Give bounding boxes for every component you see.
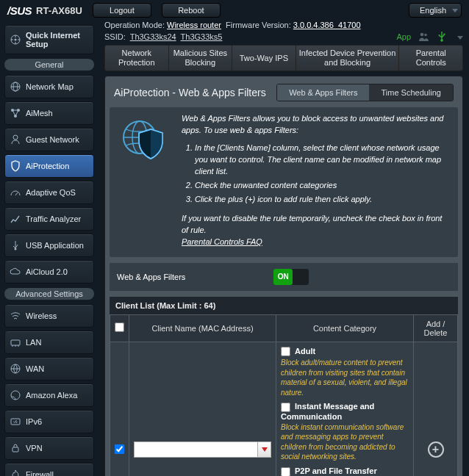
sidebar-item-aimesh[interactable]: AiMesh: [4, 101, 94, 125]
logout-button[interactable]: Logout: [93, 3, 151, 18]
usb-icon: [10, 239, 21, 251]
sidebar-item-guest-network[interactable]: Guest Network: [4, 128, 94, 151]
page-title: AiProtection - Web & Apps Filters: [114, 87, 266, 98]
info-line2: SSID: Th3G33ks24 Th3G33ks5 App: [104, 32, 463, 42]
network-map-icon: [10, 81, 21, 93]
sidebar-section-general: General: [4, 59, 94, 71]
cloud-icon: [10, 266, 21, 278]
svg-rect-14: [12, 447, 18, 452]
svg-rect-9: [11, 340, 20, 345]
lan-icon: [10, 336, 21, 348]
sidebar-item-wan[interactable]: WAN: [4, 357, 94, 381]
clients-icon[interactable]: [418, 32, 429, 41]
operation-mode-link[interactable]: Wireless router: [167, 21, 221, 29]
col-content-category: Content Category: [276, 314, 414, 342]
info-line1: Operation Mode: Wireless router Firmware…: [104, 21, 463, 29]
tab-infected-device[interactable]: Infected Device Prevention and Blocking: [296, 46, 399, 71]
svg-point-21: [439, 35, 440, 36]
shield-icon: [10, 160, 21, 172]
sidebar-item-adaptive-qos[interactable]: Adaptive QoS: [4, 181, 94, 204]
intro-step-3: Click the plus (+) icon to add rule then…: [195, 194, 448, 206]
svg-point-18: [424, 34, 427, 37]
reboot-button[interactable]: Reboot: [162, 3, 221, 18]
tab-strip: Network Protection Malicious Sites Block…: [104, 45, 463, 71]
svg-point-7: [13, 135, 18, 140]
sidebar-qis-label: Quick Internet Setup: [26, 31, 90, 48]
tab-parental-controls[interactable]: Parental Controls: [398, 46, 462, 71]
qis-icon: [10, 34, 21, 46]
ssid-2: Th3G33ks5: [181, 32, 223, 41]
guest-icon: [10, 134, 21, 145]
intro-note: If you want to disable the rule temporar…: [182, 213, 448, 237]
client-select-dropdown-icon[interactable]: [257, 442, 271, 457]
language-select[interactable]: English: [409, 3, 462, 18]
feature-graphic: [120, 113, 171, 248]
sidebar-item-ipv6[interactable]: v6IPv6: [4, 410, 94, 433]
row-enable-checkbox[interactable]: [115, 444, 124, 454]
sidebar-item-amazon-alexa[interactable]: Amazon Alexa: [4, 383, 94, 407]
intro-step-1: In the [Clients Name] column, select the…: [195, 143, 448, 178]
wan-icon: [10, 363, 21, 375]
sidebar-item-network-map[interactable]: Network Map: [4, 75, 94, 98]
svg-point-1: [15, 39, 17, 41]
subtab-time-scheduling[interactable]: Time Scheduling: [369, 84, 453, 101]
aimesh-icon: [10, 107, 21, 119]
tab-malicious-sites[interactable]: Malicious Sites Blocking: [168, 46, 232, 71]
sidebar-item-vpn[interactable]: VPN: [4, 436, 94, 460]
tab-two-way-ips[interactable]: Two-Way IPS: [232, 46, 296, 71]
col-client-name: Client Name (MAC Address): [129, 314, 276, 342]
ssid-1: Th3G33ks24: [130, 32, 176, 41]
brand-model: RT-AX68U: [36, 5, 82, 16]
svg-text:v6: v6: [13, 419, 18, 424]
sidebar-item-aicloud[interactable]: AiCloud 2.0: [4, 260, 94, 284]
intro-step-2: Check the unwanted content categories: [195, 180, 448, 192]
usb-status-icon[interactable]: [437, 32, 447, 42]
toggle-label: Web & Apps Filters: [117, 273, 185, 281]
sidebar-item-usb-application[interactable]: USB Application: [4, 234, 94, 257]
app-link[interactable]: App: [396, 32, 411, 41]
ipv6-icon: v6: [10, 416, 21, 428]
sidebar-section-advanced: Advanced Settings: [4, 288, 94, 300]
client-select[interactable]: [134, 441, 271, 458]
firmware-version-link[interactable]: 3.0.0.4.386_41700: [293, 21, 361, 29]
cat-im-checkbox[interactable]: [281, 403, 290, 412]
select-all-checkbox[interactable]: [115, 322, 124, 332]
cat-adult-checkbox[interactable]: [281, 347, 290, 356]
intro-lead: Web & Apps Filters allows you to block a…: [182, 113, 448, 137]
wifi-icon: [10, 310, 21, 322]
svg-rect-20: [444, 34, 445, 35]
sidebar-item-aiprotection[interactable]: AiProtection: [4, 154, 94, 178]
col-add-delete: Add / Delete: [414, 314, 458, 342]
add-rule-button[interactable]: [428, 441, 444, 458]
vpn-icon: [10, 442, 21, 454]
cat-p2p-checkbox[interactable]: [281, 467, 290, 476]
alexa-icon: [10, 389, 21, 401]
sidebar-item-firewall[interactable]: Firewall: [4, 463, 94, 476]
chart-icon: [10, 213, 21, 225]
client-list-header: Client List (Max Limit : 64): [110, 297, 458, 314]
tab-network-protection[interactable]: Network Protection: [105, 46, 168, 71]
firewall-icon: [10, 469, 21, 476]
sidebar-item-traffic-analyzer[interactable]: Traffic Analyzer: [4, 207, 94, 231]
sidebar-qis[interactable]: Quick Internet Setup: [4, 25, 94, 54]
brand-logo: /SUS: [7, 4, 32, 17]
svg-point-17: [420, 33, 424, 37]
parental-faq-link[interactable]: Parental Controls FAQ: [182, 237, 262, 246]
status-dropdown-icon[interactable]: [454, 32, 463, 41]
gauge-icon: [10, 187, 21, 198]
sidebar-item-lan[interactable]: LAN: [4, 331, 94, 354]
subtab-web-apps-filters[interactable]: Web & Apps Filters: [277, 84, 369, 101]
svg-point-8: [15, 248, 17, 250]
sidebar-item-wireless[interactable]: Wireless: [4, 304, 94, 328]
web-apps-filter-toggle[interactable]: ON: [273, 269, 309, 285]
